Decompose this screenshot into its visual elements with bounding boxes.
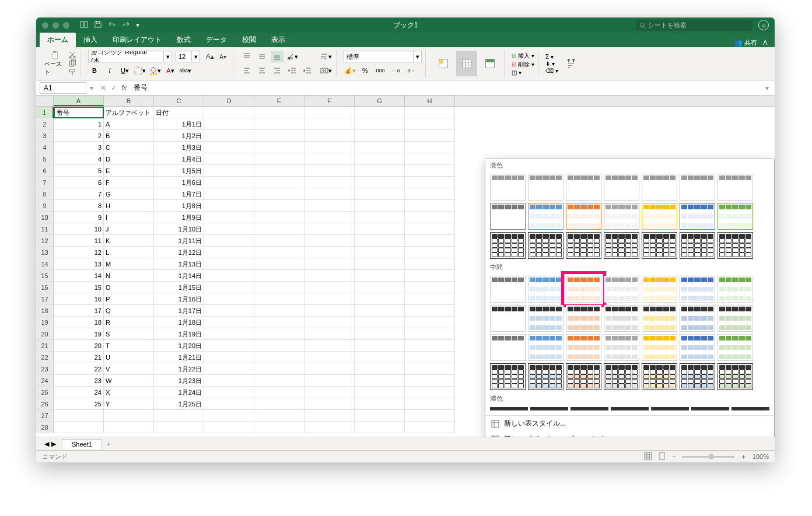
add-sheet-button[interactable]: ＋	[103, 438, 115, 450]
increase-font-icon[interactable]: A▴	[204, 51, 216, 62]
cell[interactable]	[254, 188, 304, 200]
row-header[interactable]: 28	[36, 422, 54, 433]
cell[interactable]: 番号	[54, 107, 104, 118]
cell[interactable]: Q	[104, 305, 154, 317]
cell[interactable]	[304, 352, 355, 363]
table-style-thumb[interactable]	[528, 232, 564, 259]
row-header[interactable]: 10	[36, 212, 54, 223]
table-style-thumb[interactable]	[680, 334, 715, 361]
cell[interactable]	[304, 188, 355, 200]
row-header[interactable]: 6	[36, 165, 54, 177]
table-style-thumb[interactable]	[642, 305, 677, 332]
cell[interactable]	[355, 130, 405, 142]
cell[interactable]	[254, 305, 304, 317]
table-style-thumb[interactable]	[642, 232, 677, 259]
cell[interactable]: 14	[54, 270, 104, 282]
cell[interactable]: C	[104, 142, 154, 153]
cell[interactable]	[405, 387, 455, 398]
cell[interactable]: 18	[54, 317, 104, 328]
row-header[interactable]: 9	[36, 200, 54, 212]
cell[interactable]: B	[104, 130, 154, 142]
col-header-e[interactable]: E	[254, 96, 304, 106]
table-style-thumb[interactable]	[604, 232, 639, 259]
cell[interactable]: 1月9日	[154, 212, 204, 223]
sort-filter-button[interactable]	[561, 51, 582, 76]
row-header[interactable]: 21	[36, 340, 54, 352]
table-style-thumb[interactable]	[718, 334, 753, 361]
cell[interactable]: N	[104, 270, 154, 282]
cell[interactable]	[204, 352, 254, 363]
decrease-indent-icon[interactable]	[286, 65, 299, 76]
table-style-thumb[interactable]	[651, 407, 689, 410]
table-style-thumb[interactable]	[566, 276, 601, 303]
cell[interactable]: 1月16日	[154, 293, 204, 305]
cell[interactable]	[405, 118, 455, 130]
cell[interactable]	[405, 317, 455, 328]
cell[interactable]	[304, 270, 355, 282]
table-style-thumb[interactable]	[490, 363, 526, 390]
cell[interactable]: 9	[54, 212, 104, 223]
row-header[interactable]: 7	[36, 177, 54, 188]
cell[interactable]	[355, 293, 405, 305]
cell[interactable]: G	[104, 188, 154, 200]
cell[interactable]	[254, 317, 304, 328]
fill-color-button[interactable]: ▾	[149, 65, 162, 76]
sheet-nav-prev-icon[interactable]: ◀	[44, 440, 49, 448]
cell[interactable]	[405, 282, 455, 293]
cell[interactable]	[405, 293, 455, 305]
tab-data[interactable]: データ	[198, 33, 235, 47]
cell[interactable]: 1月1日	[154, 118, 204, 130]
cell[interactable]	[405, 200, 455, 212]
table-style-thumb[interactable]	[642, 334, 677, 361]
clear-icon[interactable]: ⌫ ▾	[545, 68, 558, 74]
row-header[interactable]: 12	[36, 235, 54, 247]
cell[interactable]: J	[104, 223, 154, 235]
new-table-style-button[interactable]: 新しい表スタイル...	[485, 416, 774, 431]
cell[interactable]: 19	[54, 328, 104, 340]
copy-icon[interactable]	[68, 59, 77, 68]
cell[interactable]	[204, 200, 254, 212]
cell[interactable]	[204, 165, 254, 177]
cell[interactable]	[204, 258, 254, 270]
cell[interactable]: T	[104, 340, 154, 352]
cell[interactable]	[405, 247, 455, 258]
row-header[interactable]: 13	[36, 247, 54, 258]
cell[interactable]	[405, 363, 455, 375]
row-header[interactable]: 24	[36, 375, 54, 387]
wrap-text-icon[interactable]: ▾	[320, 51, 332, 62]
table-style-thumb[interactable]	[680, 232, 715, 259]
cell[interactable]: K	[104, 235, 154, 247]
border-button[interactable]: ▾	[134, 65, 146, 76]
cell[interactable]	[304, 258, 355, 270]
cell[interactable]	[254, 387, 304, 398]
phonetic-button[interactable]: abc▾	[179, 65, 192, 76]
cell[interactable]	[254, 153, 304, 165]
cell[interactable]	[204, 328, 254, 340]
cell[interactable]: 1月22日	[154, 363, 204, 375]
cell[interactable]	[254, 247, 304, 258]
cell[interactable]	[204, 282, 254, 293]
cell[interactable]: 10	[54, 223, 104, 235]
formula-input[interactable]: 番号	[130, 83, 765, 93]
cell[interactable]	[355, 282, 405, 293]
cell[interactable]	[204, 177, 254, 188]
cell[interactable]: 1月5日	[154, 165, 204, 177]
cell[interactable]	[405, 352, 455, 363]
table-style-thumb[interactable]	[680, 276, 715, 303]
cell[interactable]: 1月2日	[154, 130, 204, 142]
save-icon[interactable]	[94, 20, 102, 30]
cell[interactable]: 日付	[154, 107, 204, 118]
zoom-in-button[interactable]: ＋	[740, 452, 747, 461]
cell[interactable]	[304, 305, 355, 317]
cell[interactable]	[204, 223, 254, 235]
format-table-button[interactable]	[456, 51, 477, 76]
cell[interactable]	[104, 422, 154, 433]
cell[interactable]	[254, 165, 304, 177]
tab-insert[interactable]: 挿入	[76, 33, 105, 47]
table-style-thumb[interactable]	[528, 363, 564, 390]
cell[interactable]	[254, 282, 304, 293]
redo-icon[interactable]	[122, 20, 130, 30]
cell[interactable]	[405, 422, 455, 433]
cell[interactable]	[355, 328, 405, 340]
cell[interactable]: 1月4日	[154, 153, 204, 165]
